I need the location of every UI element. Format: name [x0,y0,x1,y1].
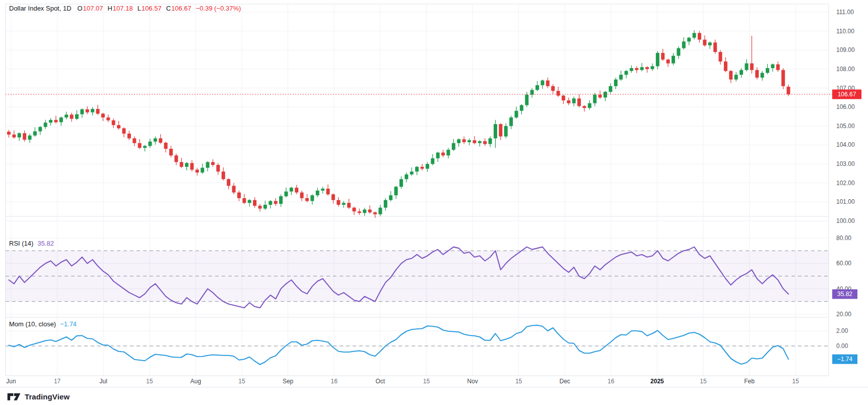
candle [740,68,743,78]
candle [232,183,236,195]
axis-label: 102.00 [836,180,855,187]
candle [446,148,450,158]
time-axis-label: 16 [608,378,615,385]
candle [154,137,157,145]
candle [279,194,283,207]
candle [389,191,392,201]
candle [368,205,372,214]
candle [761,71,764,81]
candle [33,127,37,137]
time-axis-label: 15 [792,378,799,385]
axis-label: 2.00 [836,327,848,334]
candle [295,185,298,195]
candle [489,137,492,147]
candle [750,36,754,74]
candle [101,112,105,121]
candle [326,185,330,196]
candle [666,59,670,67]
candle [431,154,434,165]
axis-label: 110.00 [836,28,854,35]
candle [284,187,288,197]
candle [724,57,727,73]
candle [180,158,183,168]
candle [541,80,544,89]
rsi-legend: RSI (14) 35.82 [9,240,54,247]
candle [253,197,256,208]
candle [269,200,272,209]
candle [112,119,115,128]
ohlc-high: H107.18 [107,5,132,12]
candle [75,110,79,120]
candle [358,209,361,215]
candlestick-series[interactable] [7,30,790,218]
candle [630,65,633,73]
time-axis-label: Feb [744,378,755,385]
candle [38,126,42,135]
candle [582,105,586,111]
candle [394,186,398,199]
tradingview-link[interactable]: TradingView [7,392,70,401]
price-scale[interactable]: 111.00110.00109.00108.00107.00106.00105.… [832,9,861,364]
candle [525,92,528,107]
candle [310,194,314,204]
candle [117,121,120,130]
candle [169,146,173,157]
candle [242,194,246,204]
candle [682,37,686,49]
candle [441,150,445,157]
candle [352,207,356,215]
candle [106,114,110,122]
candle [138,139,142,149]
candle [640,63,644,72]
candle [415,166,419,175]
time-axis-label: 2025 [650,378,664,385]
chart-canvas[interactable]: 111.00110.00109.00108.00107.00106.00105.… [0,0,868,405]
candle [609,83,612,94]
candle [96,105,100,115]
time-scale[interactable]: Jun17Jul15Aug15Sep16Oct15Nov15Dec1620251… [6,378,799,385]
candle [708,41,712,49]
attribution-bar: TradingView [0,387,868,405]
candle [64,112,68,120]
candle [745,59,748,71]
candle [347,199,351,209]
candle [598,90,602,99]
candle [222,167,225,181]
candle [337,197,340,207]
rsi-value-badge: 35.82 [832,290,857,299]
candle [693,30,696,40]
tradingview-logo-icon [7,392,21,401]
candle [216,163,220,175]
candle [132,137,136,146]
time-axis-label: 15 [515,378,522,385]
candle [661,49,664,61]
candle [514,106,518,119]
mom-value-badge: −1.74 [832,355,857,364]
candle [405,172,408,182]
candle [159,134,162,144]
time-axis-label: 17 [54,378,61,385]
candle [771,64,774,72]
candle [735,72,738,82]
ohlc-close: C106.67 [166,5,191,12]
candle [190,160,194,172]
axis-label: 80.00 [836,235,851,242]
change-value: −0.39 (−0.37%) [196,5,241,12]
symbol-title[interactable]: Dollar Index Spot, 1D [9,5,72,12]
last-price-badge: 106.67 [832,89,861,99]
rsi-title[interactable]: RSI (14) [9,240,33,247]
candle [766,64,769,74]
axis-label: 111.00 [836,9,854,16]
candle [604,91,607,101]
time-axis-label: 15 [238,378,245,385]
candle [635,66,638,73]
time-axis-label: 15 [423,378,430,385]
axis-label: 108.00 [836,66,855,73]
svg-text:106.67: 106.67 [838,91,856,98]
candle [49,118,52,126]
candle [650,64,654,71]
candle [687,37,691,45]
candle [127,131,131,140]
candle [258,204,262,211]
mom-title[interactable]: Mom (10, close) [9,320,56,328]
